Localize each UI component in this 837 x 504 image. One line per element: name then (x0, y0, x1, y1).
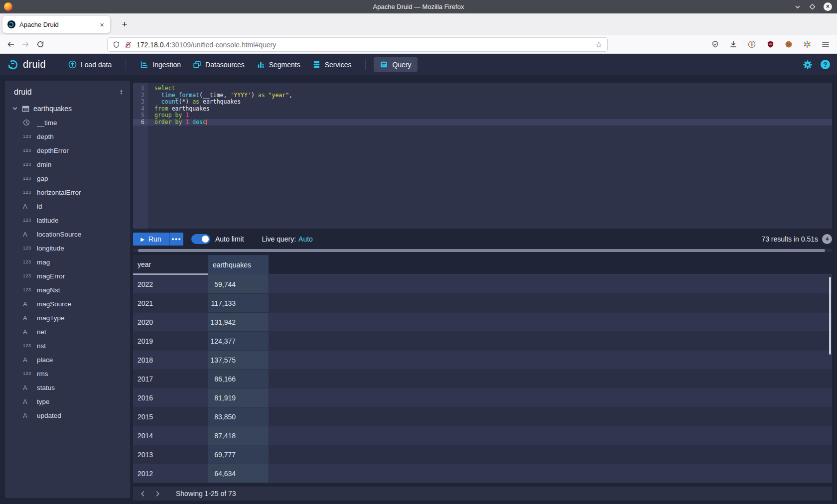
cell-earthquakes[interactable]: 86,166 (208, 370, 269, 388)
column-header-year[interactable]: year (133, 255, 208, 275)
tracking-shield-icon[interactable] (113, 41, 120, 49)
cell-year[interactable]: 2018 (133, 351, 208, 369)
sidebar-column-locationSource[interactable]: AlocationSource (5, 227, 130, 241)
gear-icon[interactable] (803, 60, 813, 70)
sidebar-column-type[interactable]: Atype (5, 394, 130, 408)
druid-logo[interactable]: druid (7, 58, 46, 71)
sidebar-column-latitude[interactable]: 123latitude (5, 213, 130, 227)
table-row[interactable]: 201681,919 (133, 388, 832, 407)
menu-hamburger-icon[interactable] (818, 37, 833, 51)
nav-item-datasources[interactable]: Datasources (187, 57, 251, 72)
code-line-1[interactable]: select (148, 85, 832, 92)
table-row[interactable]: 2020131,942 (133, 313, 832, 332)
sidebar-column-id[interactable]: Aid (5, 199, 130, 213)
run-button[interactable]: ▶ Run (133, 233, 169, 246)
sidebar-column-magSource[interactable]: AmagSource (5, 297, 130, 311)
code-line-5[interactable]: group by 1 (148, 112, 832, 119)
nav-item-services[interactable]: Services (306, 57, 358, 72)
chevron-down-icon[interactable] (12, 106, 18, 112)
sidebar-column-magType[interactable]: AmagType (5, 311, 130, 325)
sidebar-column-status[interactable]: Astatus (5, 380, 130, 394)
next-page-icon[interactable] (150, 487, 165, 501)
nav-item-segments[interactable]: Segments (251, 57, 306, 72)
cell-earthquakes[interactable]: 137,575 (208, 351, 269, 369)
editor-code[interactable]: select time_format(__time, 'YYYY') as "y… (148, 83, 832, 229)
nav-item-ingestion[interactable]: Ingestion (134, 57, 187, 72)
column-header-earthquakes[interactable]: earthquakes (208, 255, 269, 275)
cell-earthquakes[interactable]: 117,133 (208, 294, 269, 312)
sidebar-column-nst[interactable]: 123nst (5, 339, 130, 353)
cell-year[interactable]: 2022 (133, 275, 208, 293)
cell-year[interactable]: 2021 (133, 294, 208, 312)
cell-year[interactable]: 2013 (133, 445, 208, 464)
sidebar-column-mag[interactable]: 123mag (5, 255, 130, 269)
cell-year[interactable]: 2015 (133, 407, 208, 426)
cell-year[interactable]: 2020 (133, 313, 208, 331)
run-more-button[interactable]: ●●● (169, 233, 183, 246)
previous-page-icon[interactable] (135, 487, 150, 501)
table-row[interactable]: 201487,418 (133, 426, 832, 445)
cell-earthquakes[interactable]: 87,418 (208, 426, 269, 445)
live-query-value[interactable]: Auto (298, 235, 313, 243)
insecure-lock-icon[interactable] (124, 41, 132, 49)
cell-year[interactable]: 2019 (133, 332, 208, 350)
url-bar[interactable]: 172.18.0.4:30109/unified-console.html#qu… (107, 37, 608, 52)
tab-close-icon[interactable]: × (99, 20, 105, 29)
table-row[interactable]: 2021117,133 (133, 294, 832, 313)
nav-item-query[interactable]: Query (374, 57, 417, 72)
cell-earthquakes[interactable]: 131,942 (208, 313, 269, 331)
sidebar-column-magNst[interactable]: 123magNst (5, 283, 130, 297)
sidebar-column-dmin[interactable]: 123dmin (5, 157, 130, 171)
code-line-2[interactable]: time_format(__time, 'YYYY') as "year", (148, 92, 832, 99)
table-row[interactable]: 201786,166 (133, 370, 832, 388)
code-line-3[interactable]: count(*) as earthquakes (148, 99, 832, 106)
extension-container-icon[interactable] (744, 37, 759, 51)
back-icon[interactable] (3, 37, 18, 51)
cell-earthquakes[interactable]: 83,850 (208, 407, 269, 426)
cell-earthquakes[interactable]: 124,377 (208, 332, 269, 350)
cell-year[interactable]: 2017 (133, 370, 208, 388)
ublock-origin-icon[interactable]: uO (763, 37, 778, 51)
code-line-6[interactable]: order by 1 desc (148, 119, 832, 126)
cell-earthquakes[interactable]: 59,744 (208, 275, 269, 293)
table-row[interactable]: 201369,777 (133, 445, 832, 464)
sidebar-column-place[interactable]: Aplace (5, 353, 130, 367)
nav-item-load-data[interactable]: Load data (62, 57, 118, 72)
vertical-scrollbar-thumb[interactable] (829, 277, 831, 355)
sidebar-column-updated[interactable]: Aupdated (5, 408, 130, 422)
cell-earthquakes[interactable]: 69,777 (208, 445, 269, 464)
table-row[interactable]: 201264,634 (133, 464, 832, 483)
cell-year[interactable]: 2014 (133, 426, 208, 445)
protections-shield-icon[interactable] (707, 37, 722, 51)
horizontal-scrollbar-thumb[interactable] (138, 249, 825, 252)
horizontal-scrollbar[interactable] (133, 249, 832, 252)
window-maximize-icon[interactable] (809, 3, 816, 10)
sidebar-column-depthError[interactable]: 123depthError (5, 143, 130, 157)
cell-year[interactable]: 2016 (133, 388, 208, 407)
sidebar-column-__time[interactable]: __time (5, 116, 130, 129)
forward-icon[interactable] (18, 37, 33, 51)
sidebar-column-longitude[interactable]: 123longitude (5, 241, 130, 255)
sidebar-column-rms[interactable]: 123rms (5, 367, 130, 380)
new-tab-button[interactable]: + (118, 17, 132, 31)
bookmark-star-icon[interactable]: ☆ (595, 40, 602, 49)
code-line-4[interactable]: from earthquakes (148, 106, 832, 113)
cookie-extension-icon[interactable] (781, 37, 796, 51)
browser-tab[interactable]: Apache Druid × (2, 16, 110, 33)
cell-earthquakes[interactable]: 81,919 (208, 388, 269, 407)
auto-limit-toggle[interactable] (191, 234, 210, 244)
sidebar-column-magError[interactable]: 123magError (5, 269, 130, 283)
sidebar-column-gap[interactable]: 123gap (5, 171, 130, 185)
table-row[interactable]: 202259,744 (133, 275, 832, 294)
sql-editor[interactable]: 123456 select time_format(__time, 'YYYY'… (133, 83, 832, 229)
download-results-icon[interactable] (822, 234, 832, 244)
cell-earthquakes[interactable]: 64,634 (208, 464, 269, 483)
table-row[interactable]: 201583,850 (133, 407, 832, 426)
window-minimize-icon[interactable] (794, 3, 801, 10)
colorful-asterisk-extension-icon[interactable] (800, 37, 815, 51)
downloads-icon[interactable] (726, 37, 741, 51)
sidebar-column-net[interactable]: Anet (5, 325, 130, 339)
datasource-row-earthquakes[interactable]: earthquakes (5, 102, 130, 116)
sidebar-column-depth[interactable]: 123depth (5, 129, 130, 143)
table-row[interactable]: 2019124,377 (133, 332, 832, 351)
